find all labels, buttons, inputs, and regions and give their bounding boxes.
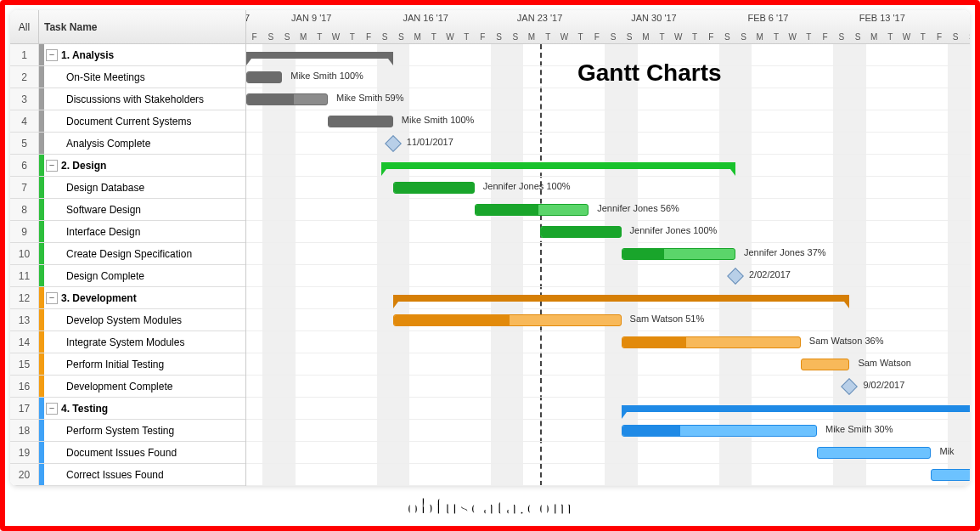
- timeline-day-letter: S: [622, 32, 638, 42]
- task-row[interactable]: 12−3. Development: [10, 287, 245, 309]
- timeline-week-label: JAN 30 '17: [631, 13, 676, 23]
- gantt-lane: [246, 398, 970, 420]
- summary-bar[interactable]: [622, 405, 970, 412]
- task-bar[interactable]: [393, 314, 622, 326]
- milestone-diamond-icon[interactable]: [385, 135, 402, 152]
- gantt-lane: [246, 287, 970, 309]
- task-name-cell: Integrate System Modules: [66, 336, 245, 348]
- timeline-day-letter: S: [377, 32, 393, 42]
- task-row[interactable]: 3Discussions with Stakeholders: [10, 88, 245, 110]
- task-row[interactable]: 10Create Design Specification: [10, 243, 245, 265]
- task-row[interactable]: 19Document Issues Found: [10, 442, 245, 464]
- task-bar[interactable]: [393, 182, 475, 194]
- summary-bar[interactable]: [381, 162, 735, 169]
- task-bar[interactable]: [622, 248, 735, 260]
- task-bar[interactable]: [540, 226, 622, 238]
- task-row[interactable]: 16Development Complete: [10, 376, 245, 398]
- gantt-lane: Jennifer Jones 56%: [246, 199, 970, 221]
- timeline-day-letter: F: [246, 32, 262, 42]
- app-frame: All Task Name 1−1. Analysis2On-Site Meet…: [0, 0, 980, 531]
- collapse-icon[interactable]: −: [46, 160, 58, 172]
- summary-bar[interactable]: [246, 52, 393, 59]
- task-bar[interactable]: [246, 71, 282, 83]
- task-bar-label: Sam Watson 36%: [809, 336, 884, 346]
- task-bar-label: Jennifer Jones 37%: [744, 247, 826, 257]
- row-number: 11: [10, 265, 39, 286]
- progress-fill: [541, 227, 621, 237]
- task-bar[interactable]: [801, 359, 850, 370]
- task-row[interactable]: 7Design Database: [10, 177, 245, 199]
- row-number: 14: [10, 331, 39, 353]
- timeline-day-letter: W: [785, 32, 801, 42]
- timeline-day-letter: T: [654, 32, 670, 42]
- task-bar[interactable]: [622, 336, 801, 348]
- gantt-lane: Sam Watson 36%: [246, 331, 970, 353]
- task-row[interactable]: 9Interface Design: [10, 221, 245, 243]
- task-row[interactable]: 6−2. Design: [10, 155, 245, 177]
- row-number: 15: [10, 353, 39, 375]
- timeline-body[interactable]: Mike Smith 100%Mike Smith 59%Mike Smith …: [246, 44, 970, 486]
- milestone-diamond-icon[interactable]: [727, 268, 744, 285]
- task-row[interactable]: 15Perform Initial Testing: [10, 353, 245, 376]
- group-color-strip: [39, 265, 44, 286]
- row-number: 1: [10, 44, 39, 65]
- gantt-lane: [246, 464, 970, 486]
- milestone-diamond-icon[interactable]: [841, 378, 858, 395]
- group-color-strip: [39, 66, 44, 88]
- task-name-cell: 1. Analysis: [61, 49, 245, 61]
- progress-fill: [394, 315, 510, 325]
- task-row[interactable]: 17−4. Testing: [10, 398, 245, 420]
- task-row[interactable]: 11Design Complete: [10, 265, 245, 287]
- task-list-panel: All Task Name 1−1. Analysis2On-Site Meet…: [10, 10, 246, 486]
- timeline-day-letter: F: [931, 32, 947, 42]
- task-bar[interactable]: [817, 447, 931, 459]
- group-color-strip: [39, 287, 44, 308]
- timeline-day-letter: W: [898, 32, 915, 42]
- task-bar[interactable]: [931, 469, 970, 481]
- header-all[interactable]: All: [10, 10, 39, 43]
- task-row[interactable]: 18Perform System Testing: [10, 420, 245, 442]
- progress-fill: [247, 72, 281, 82]
- milestone-label: 11/01/2017: [407, 137, 453, 147]
- group-color-strip: [39, 133, 44, 154]
- group-color-strip: [39, 442, 44, 463]
- collapse-icon[interactable]: −: [46, 49, 58, 61]
- timeline-day-letter: S: [393, 32, 409, 42]
- row-number: 10: [10, 243, 39, 264]
- timeline-panel[interactable]: '7JAN 9 '17JAN 16 '17JAN 23 '17JAN 30 '1…: [246, 10, 970, 486]
- task-row[interactable]: 2On-Site Meetings: [10, 66, 245, 88]
- progress-fill: [622, 337, 686, 347]
- task-bar[interactable]: [246, 93, 328, 105]
- timeline-day-letter: M: [523, 32, 539, 42]
- gantt-lane: Jennifer Jones 37%: [246, 243, 970, 265]
- task-row[interactable]: 8Software Design: [10, 199, 245, 221]
- timeline-header[interactable]: '7JAN 9 '17JAN 16 '17JAN 23 '17JAN 30 '1…: [246, 10, 970, 44]
- milestone-label: 2/02/2017: [749, 269, 791, 280]
- task-row[interactable]: 1−1. Analysis: [10, 44, 245, 66]
- task-name-cell: Create Design Specification: [66, 248, 245, 260]
- gantt-lane: 9/02/2017: [246, 376, 970, 398]
- timeline-week-label: JAN 9 '17: [291, 13, 331, 23]
- task-row[interactable]: 14Integrate System Modules: [10, 331, 245, 353]
- task-row[interactable]: 5Analysis Complete: [10, 133, 245, 155]
- timeline-day-letter: T: [312, 32, 328, 42]
- group-color-strip: [39, 155, 44, 176]
- summary-bar[interactable]: [393, 295, 850, 302]
- task-bar[interactable]: [328, 116, 393, 127]
- watermark-text: obfuscata.com: [406, 492, 573, 521]
- task-bar-label: Mike Smith 59%: [336, 93, 403, 103]
- collapse-icon[interactable]: −: [46, 292, 58, 304]
- task-row[interactable]: 13Develop System Modules: [10, 309, 245, 331]
- header-task-name[interactable]: Task Name: [39, 10, 245, 43]
- group-color-strip: [39, 199, 44, 220]
- timeline-day-letter: M: [296, 32, 312, 42]
- task-row[interactable]: 20Correct Issues Found: [10, 464, 245, 486]
- timeline-day-letter: T: [425, 32, 442, 42]
- gantt-lane: Mike Smith 30%: [246, 420, 970, 442]
- task-row[interactable]: 4Document Current Systems: [10, 110, 245, 133]
- collapse-icon[interactable]: −: [46, 403, 58, 415]
- task-name-cell: Perform Initial Testing: [66, 359, 245, 370]
- task-bar[interactable]: [622, 425, 817, 437]
- timeline-day-letter: T: [572, 32, 589, 42]
- task-bar[interactable]: [475, 204, 589, 216]
